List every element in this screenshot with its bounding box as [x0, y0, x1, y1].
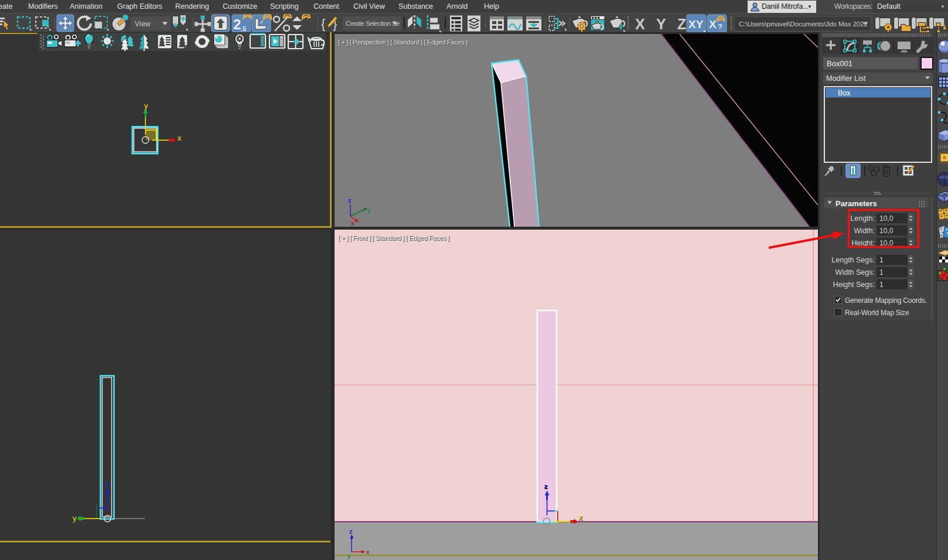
- svg-text:{: {: [321, 16, 325, 31]
- svg-text:Height:: Height:: [851, 239, 875, 247]
- svg-text:XY: XY: [688, 18, 704, 30]
- svg-text:Z: Z: [677, 16, 686, 32]
- svg-text:x: x: [366, 548, 370, 555]
- svg-text:C:\Users\pmavel\Documents\3ds: C:\Users\pmavel\Documents\3ds Max 2022: [739, 20, 868, 28]
- svg-text:10,0: 10,0: [879, 214, 894, 223]
- svg-text:z: z: [544, 483, 548, 490]
- svg-text:x: x: [351, 220, 354, 227]
- svg-text:1: 1: [879, 256, 884, 264]
- svg-text:X: X: [635, 16, 645, 32]
- svg-text:Width Segs:: Width Segs:: [836, 268, 875, 276]
- svg-text:x: x: [178, 134, 182, 142]
- svg-text:Box001: Box001: [827, 59, 852, 68]
- svg-text:Parameters: Parameters: [836, 199, 877, 208]
- svg-text:1: 1: [879, 268, 884, 276]
- svg-text:Create Selection Se: Create Selection Se: [346, 20, 400, 27]
- svg-text:z: z: [348, 197, 352, 204]
- svg-text:y: y: [347, 552, 351, 559]
- svg-text:X: X: [709, 18, 717, 30]
- svg-text:z: z: [349, 528, 353, 535]
- svg-text:Height Segs:: Height Segs:: [833, 281, 875, 289]
- svg-text:?: ?: [718, 22, 722, 31]
- svg-text:Box: Box: [838, 89, 851, 97]
- svg-text:Generate Mapping Coords.: Generate Mapping Coords.: [845, 296, 927, 305]
- svg-text:Real-World Map Size: Real-World Map Size: [845, 309, 909, 317]
- svg-text:1: 1: [879, 281, 884, 289]
- svg-text:y: y: [144, 101, 148, 110]
- svg-text:Width:: Width:: [854, 227, 875, 235]
- svg-text:Length Segs:: Length Segs:: [831, 256, 875, 264]
- svg-text:y: y: [73, 514, 77, 523]
- svg-text:x: x: [579, 513, 583, 522]
- svg-text:View: View: [135, 20, 151, 28]
- svg-text:Y: Y: [656, 16, 666, 32]
- svg-text:2: 2: [233, 16, 241, 32]
- svg-text:Length:: Length:: [850, 214, 875, 223]
- svg-text:y: y: [367, 207, 371, 214]
- svg-text:.5: .5: [241, 25, 246, 32]
- svg-text:10,0: 10,0: [879, 239, 894, 247]
- svg-text:z: z: [105, 480, 109, 489]
- svg-text:Modifier List: Modifier List: [826, 74, 866, 83]
- svg-text:10,0: 10,0: [879, 227, 894, 235]
